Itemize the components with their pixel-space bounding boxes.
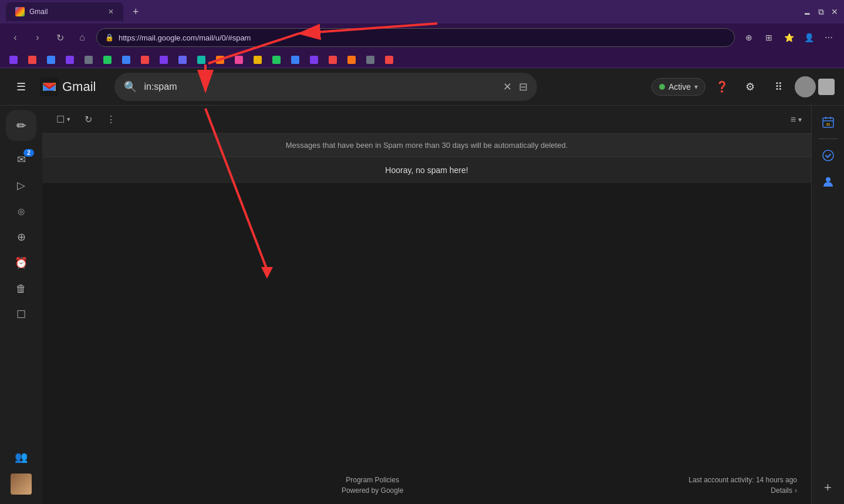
tab-search-button[interactable]: ⊞	[761, 29, 777, 46]
bookmark-item-13[interactable]	[230, 53, 248, 66]
right-app-calendar[interactable]: 31	[816, 110, 840, 134]
tab-favicon	[15, 7, 25, 16]
trash-icon: 🗑	[16, 283, 26, 295]
empty-spam-message: Hooray, no spam here!	[42, 157, 811, 183]
sidebar-item-snoozed[interactable]: ▷	[5, 174, 38, 197]
bookmark-item-15[interactable]	[268, 53, 285, 66]
compose-button[interactable]: ✏	[6, 110, 36, 141]
svg-point-8	[823, 150, 833, 161]
status-label: Active	[669, 82, 691, 92]
svg-point-9	[826, 177, 831, 182]
sidebar-item-notes[interactable]: ☐	[5, 303, 38, 326]
new-tab-button[interactable]: +	[128, 6, 144, 18]
bookmark-item-3[interactable]	[42, 53, 60, 66]
bookmark-item-8[interactable]	[136, 53, 154, 66]
address-text: https://mail.google.com/mail/u/0/#spam	[119, 33, 726, 42]
sent-icon: ◎	[18, 207, 25, 216]
avatar-container	[795, 76, 835, 97]
details-label: Details	[771, 486, 792, 495]
bookmark-item-4[interactable]	[61, 53, 79, 66]
footer-right: Last account activity: 14 hours ago Deta…	[688, 476, 797, 495]
bookmark-item-7[interactable]	[117, 53, 135, 66]
bookmark-item-21[interactable]	[380, 53, 398, 66]
maximize-button[interactable]: ⧉	[818, 7, 824, 17]
apps-button[interactable]: ⠿	[767, 75, 790, 99]
compose-icon: ✏	[16, 119, 26, 133]
drafts-icon: ⊕	[17, 231, 26, 243]
browser-titlebar: Gmail ✕ + 🗕 ⧉ ✕	[0, 0, 844, 23]
gmail-logo-icon	[40, 77, 59, 96]
more-options-button[interactable]: ⋮	[102, 109, 120, 130]
user-avatar-2[interactable]	[818, 79, 835, 95]
right-app-tasks[interactable]	[816, 144, 840, 167]
sidebar-item-trash[interactable]: 🗑	[5, 277, 38, 300]
bookmarks-button[interactable]: ⭐	[781, 29, 797, 46]
browser-toolbar: ‹ › ↻ ⌂ 🔒 https://mail.google.com/mail/u…	[0, 23, 844, 52]
contacts-icon-right	[822, 175, 835, 188]
forward-button[interactable]: ›	[29, 29, 46, 46]
reload-button[interactable]: ↻	[52, 29, 68, 46]
bookmark-item-9[interactable]	[155, 53, 173, 66]
sidebar-item-reminder[interactable]: ⏰	[5, 251, 38, 275]
sidebar-item-contacts[interactable]: 👥	[5, 445, 38, 469]
tab-close-button[interactable]: ✕	[108, 8, 114, 16]
back-button[interactable]: ‹	[7, 29, 23, 46]
status-chevron-icon: ▾	[694, 83, 698, 91]
bookmark-item-11[interactable]	[193, 53, 210, 66]
status-dot-icon	[659, 84, 665, 90]
gmail-body: ✏ ✉ 2 ▷ ◎ ⊕ ⏰ 🗑	[0, 106, 844, 504]
profile-button[interactable]: 👤	[801, 29, 817, 46]
settings-menu-button[interactable]: ⋯	[821, 29, 837, 46]
right-add-apps-button[interactable]: +	[816, 476, 840, 499]
status-indicator[interactable]: Active ▾	[651, 78, 705, 96]
user-profile-avatar[interactable]	[11, 473, 32, 495]
menu-button[interactable]: ☰	[9, 75, 33, 99]
powered-by-text: Powered by Google	[342, 486, 403, 495]
bookmark-item-14[interactable]	[249, 53, 266, 66]
search-bar[interactable]: 🔍 in:spam ✕ ⊟	[114, 73, 537, 101]
refresh-button[interactable]: ↻	[80, 109, 97, 130]
toolbar-icons: ⊕ ⊞ ⭐ 👤 ⋯	[741, 29, 837, 46]
search-input-value: in:spam	[144, 82, 496, 92]
bookmark-item-1[interactable]	[5, 53, 22, 66]
bookmark-item-12[interactable]	[211, 53, 229, 66]
bookmark-item-5[interactable]	[80, 53, 97, 66]
bookmark-item-17[interactable]	[305, 53, 323, 66]
select-all-button[interactable]: ☐ ▾	[52, 109, 75, 130]
extensions-button[interactable]: ⊕	[741, 29, 757, 46]
view-chevron-icon: ▾	[798, 116, 802, 124]
spam-notice-text: Messages that have been in Spam more tha…	[286, 141, 568, 150]
bookmark-item-10[interactable]	[174, 53, 191, 66]
close-button[interactable]: ✕	[831, 7, 838, 16]
bookmark-item-6[interactable]	[99, 53, 116, 66]
right-sidebar: 31	[811, 106, 844, 504]
right-app-contacts[interactable]	[816, 170, 840, 193]
sidebar-item-sent[interactable]: ◎	[5, 199, 38, 223]
minimize-button[interactable]: 🗕	[803, 7, 811, 16]
bookmark-item-19[interactable]	[343, 53, 360, 66]
sidebar-item-drafts[interactable]: ⊕	[5, 225, 38, 249]
window-controls: 🗕 ⧉ ✕	[803, 7, 838, 17]
right-sidebar-divider	[819, 138, 838, 139]
sidebar: ✏ ✉ 2 ▷ ◎ ⊕ ⏰ 🗑	[0, 106, 42, 504]
add-icon: +	[824, 480, 832, 495]
home-button[interactable]: ⌂	[74, 29, 90, 46]
settings-button[interactable]: ⚙	[738, 75, 762, 99]
bookmark-item-2[interactable]	[23, 53, 41, 66]
program-policies-link[interactable]: Program Policies	[346, 476, 399, 484]
details-link[interactable]: Details ›	[771, 486, 797, 495]
gmail-app: ☰	[0, 68, 844, 504]
bookmark-item-16[interactable]	[286, 53, 304, 66]
sidebar-item-inbox[interactable]: ✉ 2	[5, 148, 38, 171]
browser-tab[interactable]: Gmail ✕	[6, 2, 123, 21]
bookmark-item-18[interactable]	[324, 53, 342, 66]
search-filter-button[interactable]: ⊟	[519, 80, 528, 93]
help-button[interactable]: ❓	[710, 75, 734, 99]
user-avatar[interactable]	[795, 76, 816, 97]
bookmark-item-20[interactable]	[362, 53, 379, 66]
notes-icon: ☐	[16, 308, 26, 321]
search-clear-button[interactable]: ✕	[503, 80, 512, 93]
address-bar[interactable]: 🔒 https://mail.google.com/mail/u/0/#spam	[96, 28, 735, 47]
gmail-logo: Gmail	[40, 77, 96, 96]
view-options[interactable]: ≡ ▾	[791, 114, 802, 125]
